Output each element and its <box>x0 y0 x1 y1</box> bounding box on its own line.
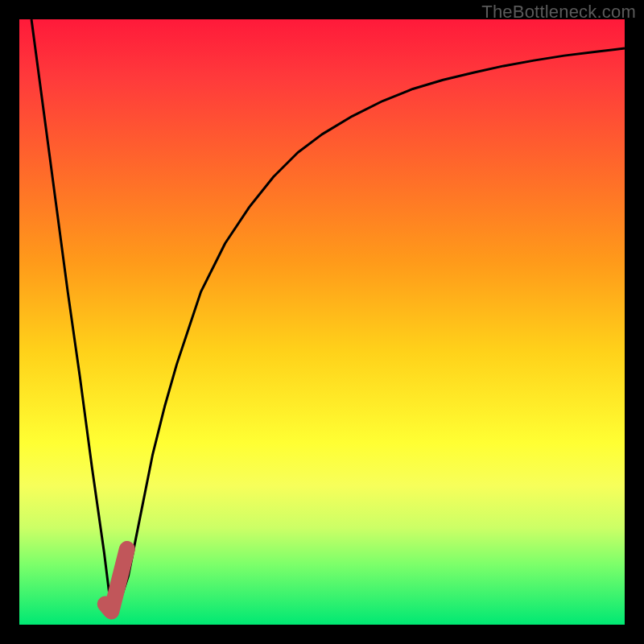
chart-svg <box>19 19 625 625</box>
chart-frame: TheBottleneck.com <box>0 0 644 644</box>
bottleneck-curve <box>31 19 625 613</box>
gradient-plot-area <box>19 19 625 625</box>
